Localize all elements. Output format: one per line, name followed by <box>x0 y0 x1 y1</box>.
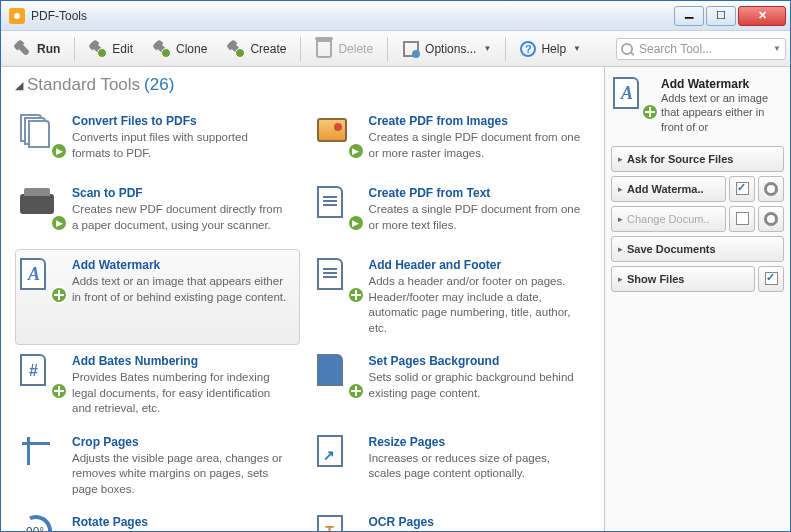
step-checkbox[interactable] <box>729 206 755 232</box>
trash-icon <box>315 40 333 58</box>
gear-icon <box>764 212 778 226</box>
wrench-gear-icon <box>89 40 107 58</box>
tool-rotate-pages[interactable]: 90° Rotate PagesRotates specified pages … <box>15 506 300 531</box>
step-save-documents[interactable]: ▸ Save Documents <box>611 236 784 262</box>
help-button[interactable]: ? Help ▼ <box>511 36 590 62</box>
titlebar: PDF-Tools <box>1 1 790 31</box>
chevron-down-icon: ▼ <box>483 44 491 53</box>
wrench-icon <box>14 40 32 58</box>
step-show-files[interactable]: ▸ Show Files <box>611 266 755 292</box>
wrench-clone-icon <box>153 40 171 58</box>
delete-button[interactable]: Delete <box>306 35 382 63</box>
tool-list: ◢ Standard Tools (26) Convert Files to P… <box>1 67 605 531</box>
tool-add-header-footer[interactable]: Add Header and FooterAdds a header and/o… <box>312 249 597 345</box>
options-button[interactable]: Options... ▼ <box>393 35 500 63</box>
sidebar-header: A Add Watermark Adds text or an image th… <box>611 73 784 142</box>
wrench-plus-icon <box>227 40 245 58</box>
edit-button[interactable]: Edit <box>80 35 142 63</box>
tool-create-from-text[interactable]: Create PDF from TextCreates a single PDF… <box>312 177 597 249</box>
step-change-document[interactable]: ▸ Change Docum.. <box>611 206 726 232</box>
close-button[interactable] <box>738 6 786 26</box>
tool-bates-numbering[interactable]: # Add Bates NumberingProvides Bates numb… <box>15 345 300 426</box>
app-icon <box>9 8 25 24</box>
step-checkbox[interactable] <box>758 266 784 292</box>
options-icon <box>402 40 420 58</box>
tool-convert-files[interactable]: Convert Files to PDFsConverts input file… <box>15 105 300 177</box>
tool-ocr-pages[interactable]: OCR PagesOptically recognizes text chara… <box>312 506 597 531</box>
tool-resize-pages[interactable]: Resize PagesIncreases or reduces size of… <box>312 426 597 507</box>
step-checkbox[interactable] <box>729 176 755 202</box>
chevron-right-icon: ▸ <box>618 244 623 254</box>
chevron-down-icon: ▼ <box>573 44 581 53</box>
step-settings[interactable] <box>758 206 784 232</box>
search-input[interactable]: Search Tool... ▼ <box>616 38 786 60</box>
tool-crop-pages[interactable]: Crop PagesAdjusts the visible page area,… <box>15 426 300 507</box>
maximize-button[interactable] <box>706 6 736 26</box>
gear-icon <box>764 182 778 196</box>
chevron-down-icon: ▼ <box>773 44 781 53</box>
app-title: PDF-Tools <box>31 9 674 23</box>
search-icon <box>621 43 633 55</box>
run-button[interactable]: Run <box>5 35 69 63</box>
chevron-right-icon: ▸ <box>618 214 623 224</box>
sidebar: A Add Watermark Adds text or an image th… <box>605 67 790 531</box>
tool-set-background[interactable]: Set Pages BackgroundSets solid or graphi… <box>312 345 597 426</box>
tool-create-from-images[interactable]: Create PDF from ImagesCreates a single P… <box>312 105 597 177</box>
step-add-watermark[interactable]: ▸ Add Waterma.. <box>611 176 726 202</box>
chevron-right-icon: ▸ <box>618 184 623 194</box>
toolbar: Run Edit Clone Create Delete Options... … <box>1 31 790 67</box>
tool-scan-to-pdf[interactable]: Scan to PDFCreates new PDF document dire… <box>15 177 300 249</box>
help-icon: ? <box>520 41 536 57</box>
collapse-icon: ◢ <box>15 79 23 92</box>
watermark-icon: A <box>613 77 653 117</box>
chevron-right-icon: ▸ <box>618 274 623 284</box>
step-settings[interactable] <box>758 176 784 202</box>
clone-button[interactable]: Clone <box>144 35 216 63</box>
step-ask-source-files[interactable]: ▸ Ask for Source Files <box>611 146 784 172</box>
chevron-right-icon: ▸ <box>618 154 623 164</box>
section-header[interactable]: ◢ Standard Tools (26) <box>15 75 596 95</box>
create-button[interactable]: Create <box>218 35 295 63</box>
tool-add-watermark[interactable]: A Add WatermarkAdds text or an image tha… <box>15 249 300 345</box>
minimize-button[interactable] <box>674 6 704 26</box>
